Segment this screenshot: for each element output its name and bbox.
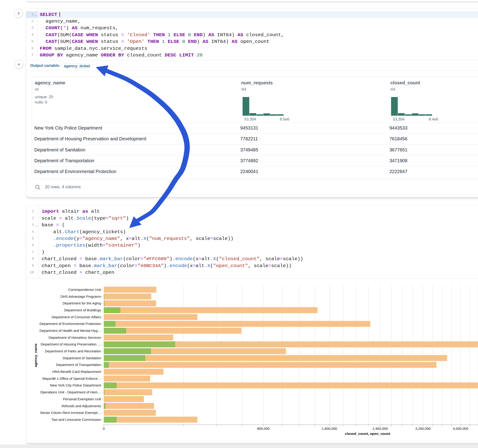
svg-text:Department of Sanitation: Department of Sanitation <box>63 356 101 360</box>
svg-text:Department for the Aging: Department for the Aging <box>63 301 101 305</box>
svg-text:0: 0 <box>103 427 105 430</box>
svg-text:1,600,000: 1,600,000 <box>322 427 337 430</box>
svg-text:Department of Environmental Pr: Department of Environmental Protection <box>39 322 101 326</box>
svg-text:Department of Homeless Service: Department of Homeless Services <box>48 336 101 339</box>
svg-text:Department of Transportation: Department of Transportation <box>56 363 101 367</box>
svg-text:4,000,000: 4,000,000 <box>453 427 468 430</box>
svg-text:Department of Consumer Affairs: Department of Consumer Affairs <box>52 315 101 319</box>
svg-text:HRA Benefit Card Replacement: HRA Benefit Card Replacement <box>52 370 101 373</box>
svg-text:Department of Health and Menta: Department of Health and Mental Hyg… <box>39 329 101 333</box>
svg-text:Refunds and Adjustments: Refunds and Adjustments <box>62 404 101 408</box>
svg-text:Correspondence Unit: Correspondence Unit <box>68 288 101 292</box>
svg-text:Mayorâ€ s Office of Special En: Mayorâ€ s Office of Special Enforce… <box>42 377 101 380</box>
svg-text:Department of Housing Preserva: Department of Housing Preservation … <box>41 342 101 346</box>
svg-text:Department of Buildings: Department of Buildings <box>64 308 101 312</box>
svg-text:2,400,000: 2,400,000 <box>372 427 388 430</box>
svg-text:Senior Citizen Rent Increase E: Senior Citizen Rent Increase Exempti… <box>40 411 101 415</box>
svg-text:Department of Parks and Recrea: Department of Parks and Recreation <box>45 349 101 353</box>
svg-text:DHS Advantage Programs: DHS Advantage Programs <box>60 294 101 299</box>
svg-text:agency_name: agency_name <box>34 343 38 367</box>
svg-text:Operations Unit - Department o: Operations Unit - Department of Hom… <box>40 390 101 394</box>
svg-text:Taxi and Limousine Commission: Taxi and Limousine Commission <box>51 417 101 422</box>
svg-text:3,200,000: 3,200,000 <box>415 427 431 430</box>
svg-text:New York City Police Departmen: New York City Police Department <box>50 383 101 387</box>
svg-text:800,000: 800,000 <box>257 427 270 430</box>
svg-text:Personal Exemption Unit: Personal Exemption Unit <box>63 397 101 401</box>
svg-text:closed_count, open_count: closed_count, open_count <box>345 432 390 436</box>
